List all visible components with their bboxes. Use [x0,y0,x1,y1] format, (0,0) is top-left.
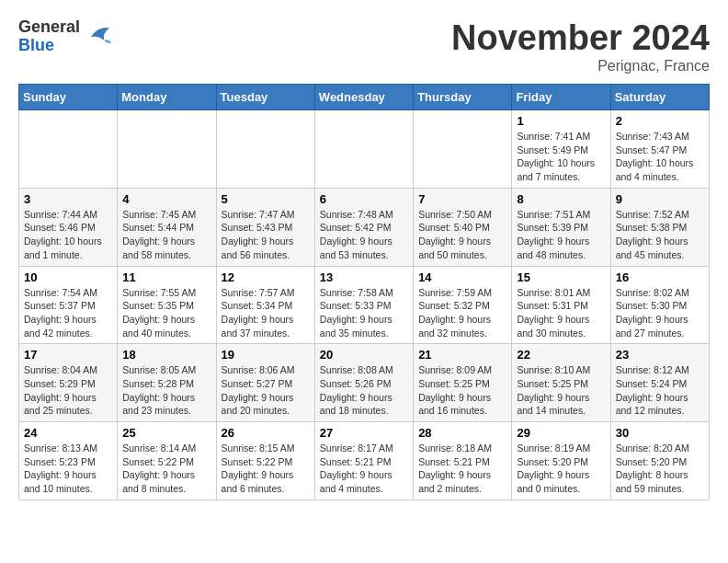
day-info: Sunrise: 8:13 AM Sunset: 5:23 PM Dayligh… [24,442,112,496]
calendar-cell: 16Sunrise: 8:02 AM Sunset: 5:30 PM Dayli… [610,266,709,344]
day-info: Sunrise: 8:09 AM Sunset: 5:25 PM Dayligh… [418,363,506,418]
calendar-cell: 10Sunrise: 7:54 AM Sunset: 5:37 PM Dayli… [19,266,118,344]
calendar-cell: 12Sunrise: 7:57 AM Sunset: 5:34 PM Dayli… [216,266,314,344]
calendar-cell: 26Sunrise: 8:15 AM Sunset: 5:22 PM Dayli… [216,422,314,500]
day-number: 1 [517,114,605,128]
day-info: Sunrise: 8:08 AM Sunset: 5:26 PM Dayligh… [320,363,408,418]
day-info: Sunrise: 8:14 AM Sunset: 5:22 PM Dayligh… [122,442,210,496]
day-info: Sunrise: 7:45 AM Sunset: 5:44 PM Dayligh… [122,208,210,262]
header: General Blue November 2024 Perignac, Fra… [18,18,710,75]
day-info: Sunrise: 8:06 AM Sunset: 5:27 PM Dayligh… [222,363,310,418]
calendar-cell: 23Sunrise: 8:12 AM Sunset: 5:24 PM Dayli… [610,344,709,422]
day-number: 5 [222,192,310,206]
day-number: 30 [616,426,704,440]
day-header-friday: Friday [512,85,610,110]
location-label: Perignac, France [451,58,710,75]
day-info: Sunrise: 7:54 AM Sunset: 5:37 PM Dayligh… [24,286,112,340]
day-info: Sunrise: 8:19 AM Sunset: 5:20 PM Dayligh… [517,442,605,496]
calendar-table: SundayMondayTuesdayWednesdayThursdayFrid… [18,84,710,500]
day-number: 9 [616,192,704,206]
day-number: 3 [24,192,112,206]
page-title: November 2024 [451,18,710,58]
calendar-cell: 25Sunrise: 8:14 AM Sunset: 5:22 PM Dayli… [118,422,216,500]
day-number: 19 [222,348,310,362]
day-number: 12 [222,270,310,284]
calendar-cell: 14Sunrise: 7:59 AM Sunset: 5:32 PM Dayli… [414,266,512,344]
day-info: Sunrise: 7:51 AM Sunset: 5:39 PM Dayligh… [517,208,605,262]
calendar-cell: 30Sunrise: 8:20 AM Sunset: 5:20 PM Dayli… [610,422,709,500]
calendar-cell: 13Sunrise: 7:58 AM Sunset: 5:33 PM Dayli… [314,266,413,344]
calendar-cell: 2Sunrise: 7:43 AM Sunset: 5:47 PM Daylig… [610,110,709,189]
calendar-week-row: 24Sunrise: 8:13 AM Sunset: 5:23 PM Dayli… [19,422,710,500]
day-info: Sunrise: 7:58 AM Sunset: 5:33 PM Dayligh… [320,286,408,340]
day-number: 11 [122,270,210,284]
calendar-cell [118,110,216,189]
calendar-cell: 27Sunrise: 8:17 AM Sunset: 5:21 PM Dayli… [314,422,413,500]
day-info: Sunrise: 7:52 AM Sunset: 5:38 PM Dayligh… [616,208,704,262]
day-info: Sunrise: 7:41 AM Sunset: 5:49 PM Dayligh… [517,130,605,184]
day-info: Sunrise: 8:12 AM Sunset: 5:24 PM Dayligh… [616,363,704,418]
day-header-saturday: Saturday [610,85,709,110]
day-info: Sunrise: 8:02 AM Sunset: 5:30 PM Dayligh… [616,286,704,340]
calendar-week-row: 17Sunrise: 8:04 AM Sunset: 5:29 PM Dayli… [19,344,710,422]
day-info: Sunrise: 7:44 AM Sunset: 5:46 PM Dayligh… [24,208,112,262]
calendar-cell: 11Sunrise: 7:55 AM Sunset: 5:35 PM Dayli… [118,266,216,344]
calendar-week-row: 1Sunrise: 7:41 AM Sunset: 5:49 PM Daylig… [19,110,710,189]
day-number: 8 [517,192,605,206]
day-number: 28 [418,426,506,440]
logo-general: General [18,18,80,37]
day-number: 17 [24,348,112,362]
day-info: Sunrise: 7:48 AM Sunset: 5:42 PM Dayligh… [320,208,408,262]
calendar-cell: 5Sunrise: 7:47 AM Sunset: 5:43 PM Daylig… [216,188,314,266]
calendar-header-row: SundayMondayTuesdayWednesdayThursdayFrid… [19,85,710,110]
logo-blue: Blue [18,37,80,55]
title-area: November 2024 Perignac, France [451,18,710,75]
calendar-cell: 9Sunrise: 7:52 AM Sunset: 5:38 PM Daylig… [610,188,709,266]
calendar-cell [314,110,413,189]
calendar-cell: 28Sunrise: 8:18 AM Sunset: 5:21 PM Dayli… [414,422,512,500]
day-number: 7 [418,192,506,206]
calendar-week-row: 10Sunrise: 7:54 AM Sunset: 5:37 PM Dayli… [19,266,710,344]
calendar-cell: 24Sunrise: 8:13 AM Sunset: 5:23 PM Dayli… [19,422,118,500]
day-number: 15 [517,270,605,284]
day-number: 6 [320,192,408,206]
day-info: Sunrise: 7:57 AM Sunset: 5:34 PM Dayligh… [222,286,310,340]
day-number: 25 [122,426,210,440]
day-number: 23 [616,348,704,362]
calendar-cell: 15Sunrise: 8:01 AM Sunset: 5:31 PM Dayli… [512,266,610,344]
day-number: 2 [616,114,704,128]
calendar-cell: 3Sunrise: 7:44 AM Sunset: 5:46 PM Daylig… [19,188,118,266]
calendar-cell: 8Sunrise: 7:51 AM Sunset: 5:39 PM Daylig… [512,188,610,266]
day-number: 13 [320,270,408,284]
day-number: 14 [418,270,506,284]
calendar-cell: 1Sunrise: 7:41 AM Sunset: 5:49 PM Daylig… [512,110,610,189]
day-header-sunday: Sunday [19,85,118,110]
day-number: 21 [418,348,506,362]
day-number: 18 [122,348,210,362]
day-info: Sunrise: 7:55 AM Sunset: 5:35 PM Dayligh… [122,286,210,340]
day-info: Sunrise: 8:17 AM Sunset: 5:21 PM Dayligh… [320,442,408,496]
calendar-cell: 20Sunrise: 8:08 AM Sunset: 5:26 PM Dayli… [314,344,413,422]
day-number: 16 [616,270,704,284]
calendar-cell [216,110,314,189]
day-header-tuesday: Tuesday [216,85,314,110]
day-header-monday: Monday [118,85,216,110]
day-info: Sunrise: 7:59 AM Sunset: 5:32 PM Dayligh… [418,286,506,340]
day-header-wednesday: Wednesday [314,85,413,110]
day-info: Sunrise: 8:18 AM Sunset: 5:21 PM Dayligh… [418,442,506,496]
calendar-cell: 17Sunrise: 8:04 AM Sunset: 5:29 PM Dayli… [19,344,118,422]
day-info: Sunrise: 8:05 AM Sunset: 5:28 PM Dayligh… [122,363,210,418]
calendar-cell [19,110,118,189]
logo-bird-icon [84,22,113,52]
day-header-thursday: Thursday [414,85,512,110]
logo-text: General Blue [18,18,80,55]
day-info: Sunrise: 7:50 AM Sunset: 5:40 PM Dayligh… [418,208,506,262]
calendar-cell: 21Sunrise: 8:09 AM Sunset: 5:25 PM Dayli… [414,344,512,422]
day-info: Sunrise: 8:04 AM Sunset: 5:29 PM Dayligh… [24,363,112,418]
calendar-cell: 19Sunrise: 8:06 AM Sunset: 5:27 PM Dayli… [216,344,314,422]
calendar-cell: 29Sunrise: 8:19 AM Sunset: 5:20 PM Dayli… [512,422,610,500]
day-number: 26 [222,426,310,440]
day-number: 4 [122,192,210,206]
day-info: Sunrise: 8:20 AM Sunset: 5:20 PM Dayligh… [616,442,704,496]
calendar-cell: 22Sunrise: 8:10 AM Sunset: 5:25 PM Dayli… [512,344,610,422]
